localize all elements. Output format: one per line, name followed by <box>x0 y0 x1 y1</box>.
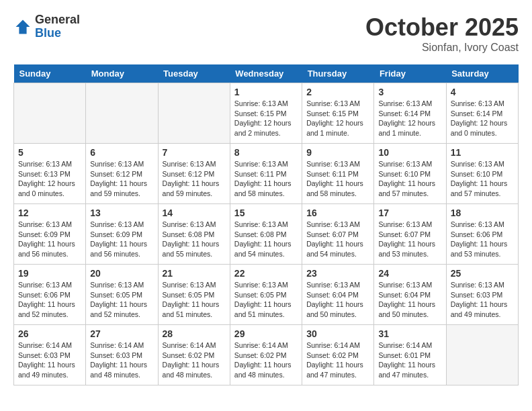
day-number: 20 <box>90 268 153 279</box>
day-number: 14 <box>163 208 226 218</box>
weekday-header-friday: Friday <box>374 64 446 83</box>
day-number: 27 <box>90 328 153 339</box>
calendar-cell: 6Sunrise: 6:13 AM Sunset: 6:12 PM Daylig… <box>86 144 158 204</box>
day-number: 6 <box>90 147 153 158</box>
calendar-cell <box>86 83 158 144</box>
calendar-week-5: 26Sunrise: 6:14 AM Sunset: 6:03 PM Dayli… <box>14 325 519 385</box>
calendar-cell: 21Sunrise: 6:13 AM Sunset: 6:05 PM Dayli… <box>158 265 230 325</box>
calendar-cell: 13Sunrise: 6:13 AM Sunset: 6:09 PM Dayli… <box>86 204 158 265</box>
day-number: 15 <box>234 208 298 218</box>
weekday-header-saturday: Saturday <box>446 64 518 83</box>
calendar-cell <box>158 83 230 144</box>
page-header: General Blue October 2025 Sionfan, Ivory… <box>13 13 519 54</box>
day-info: Sunrise: 6:13 AM Sunset: 6:13 PM Dayligh… <box>18 159 81 199</box>
calendar-cell: 9Sunrise: 6:13 AM Sunset: 6:11 PM Daylig… <box>302 144 374 204</box>
logo-text: General Blue <box>35 13 80 40</box>
day-info: Sunrise: 6:13 AM Sunset: 6:10 PM Dayligh… <box>451 159 514 199</box>
day-info: Sunrise: 6:13 AM Sunset: 6:04 PM Dayligh… <box>378 280 441 320</box>
day-number: 23 <box>306 268 369 279</box>
day-number: 8 <box>234 147 298 158</box>
day-info: Sunrise: 6:13 AM Sunset: 6:11 PM Dayligh… <box>306 159 369 199</box>
calendar-cell: 3Sunrise: 6:13 AM Sunset: 6:14 PM Daylig… <box>374 83 446 144</box>
calendar-cell: 14Sunrise: 6:13 AM Sunset: 6:08 PM Dayli… <box>158 204 230 265</box>
day-number: 12 <box>18 208 81 218</box>
calendar-cell: 7Sunrise: 6:13 AM Sunset: 6:12 PM Daylig… <box>158 144 230 204</box>
day-number: 31 <box>378 328 441 339</box>
logo-general: General <box>35 13 80 27</box>
calendar-cell: 16Sunrise: 6:13 AM Sunset: 6:07 PM Dayli… <box>302 204 374 265</box>
day-number: 9 <box>306 147 369 158</box>
month-title: October 2025 <box>365 13 519 42</box>
day-info: Sunrise: 6:13 AM Sunset: 6:07 PM Dayligh… <box>306 220 369 259</box>
weekday-header-monday: Monday <box>86 64 158 83</box>
day-info: Sunrise: 6:14 AM Sunset: 6:02 PM Dayligh… <box>306 340 369 380</box>
logo-blue: Blue <box>35 27 80 40</box>
calendar-cell: 24Sunrise: 6:13 AM Sunset: 6:04 PM Dayli… <box>374 265 446 325</box>
day-number: 26 <box>18 328 81 339</box>
day-number: 7 <box>163 147 226 158</box>
calendar-cell: 29Sunrise: 6:14 AM Sunset: 6:02 PM Dayli… <box>230 325 302 385</box>
calendar-cell: 15Sunrise: 6:13 AM Sunset: 6:08 PM Dayli… <box>230 204 302 265</box>
calendar-cell: 20Sunrise: 6:13 AM Sunset: 6:05 PM Dayli… <box>86 265 158 325</box>
day-number: 29 <box>234 328 298 339</box>
logo-icon <box>13 17 32 36</box>
day-info: Sunrise: 6:13 AM Sunset: 6:10 PM Dayligh… <box>378 159 441 199</box>
calendar-week-1: 1Sunrise: 6:13 AM Sunset: 6:15 PM Daylig… <box>14 83 519 144</box>
day-info: Sunrise: 6:13 AM Sunset: 6:09 PM Dayligh… <box>90 220 153 259</box>
day-info: Sunrise: 6:13 AM Sunset: 6:06 PM Dayligh… <box>451 220 514 259</box>
day-number: 4 <box>451 87 514 97</box>
day-info: Sunrise: 6:14 AM Sunset: 6:03 PM Dayligh… <box>18 340 81 380</box>
day-info: Sunrise: 6:13 AM Sunset: 6:11 PM Dayligh… <box>234 159 298 199</box>
weekday-header-row: SundayMondayTuesdayWednesdayThursdayFrid… <box>14 64 519 83</box>
weekday-header-tuesday: Tuesday <box>158 64 230 83</box>
day-info: Sunrise: 6:13 AM Sunset: 6:12 PM Dayligh… <box>163 159 226 199</box>
calendar-cell: 17Sunrise: 6:13 AM Sunset: 6:07 PM Dayli… <box>374 204 446 265</box>
day-info: Sunrise: 6:13 AM Sunset: 6:09 PM Dayligh… <box>18 220 81 259</box>
calendar-cell: 10Sunrise: 6:13 AM Sunset: 6:10 PM Dayli… <box>374 144 446 204</box>
day-info: Sunrise: 6:13 AM Sunset: 6:04 PM Dayligh… <box>306 280 369 320</box>
day-info: Sunrise: 6:13 AM Sunset: 6:06 PM Dayligh… <box>18 280 81 320</box>
calendar-cell: 11Sunrise: 6:13 AM Sunset: 6:10 PM Dayli… <box>446 144 518 204</box>
day-number: 18 <box>451 208 514 218</box>
calendar-cell: 23Sunrise: 6:13 AM Sunset: 6:04 PM Dayli… <box>302 265 374 325</box>
day-info: Sunrise: 6:13 AM Sunset: 6:15 PM Dayligh… <box>306 99 369 138</box>
day-number: 22 <box>234 268 298 279</box>
calendar-week-2: 5Sunrise: 6:13 AM Sunset: 6:13 PM Daylig… <box>14 144 519 204</box>
calendar-week-3: 12Sunrise: 6:13 AM Sunset: 6:09 PM Dayli… <box>14 204 519 265</box>
day-number: 25 <box>451 268 514 279</box>
day-info: Sunrise: 6:13 AM Sunset: 6:05 PM Dayligh… <box>90 280 153 320</box>
day-info: Sunrise: 6:13 AM Sunset: 6:07 PM Dayligh… <box>378 220 441 259</box>
calendar-cell: 19Sunrise: 6:13 AM Sunset: 6:06 PM Dayli… <box>14 265 86 325</box>
day-number: 28 <box>163 328 226 339</box>
calendar-cell: 2Sunrise: 6:13 AM Sunset: 6:15 PM Daylig… <box>302 83 374 144</box>
calendar-cell <box>14 83 86 144</box>
calendar-cell <box>446 325 518 385</box>
day-info: Sunrise: 6:14 AM Sunset: 6:02 PM Dayligh… <box>234 340 298 380</box>
calendar-cell: 1Sunrise: 6:13 AM Sunset: 6:15 PM Daylig… <box>230 83 302 144</box>
calendar-cell: 5Sunrise: 6:13 AM Sunset: 6:13 PM Daylig… <box>14 144 86 204</box>
day-info: Sunrise: 6:13 AM Sunset: 6:03 PM Dayligh… <box>451 280 514 320</box>
day-number: 11 <box>451 147 514 158</box>
svg-marker-0 <box>16 19 30 34</box>
calendar-cell: 30Sunrise: 6:14 AM Sunset: 6:02 PM Dayli… <box>302 325 374 385</box>
weekday-header-sunday: Sunday <box>14 64 86 83</box>
day-info: Sunrise: 6:13 AM Sunset: 6:14 PM Dayligh… <box>451 99 514 138</box>
title-area: October 2025 Sionfan, Ivory Coast <box>365 13 519 54</box>
calendar-cell: 28Sunrise: 6:14 AM Sunset: 6:02 PM Dayli… <box>158 325 230 385</box>
day-info: Sunrise: 6:14 AM Sunset: 6:03 PM Dayligh… <box>90 340 153 380</box>
calendar-cell: 8Sunrise: 6:13 AM Sunset: 6:11 PM Daylig… <box>230 144 302 204</box>
day-info: Sunrise: 6:13 AM Sunset: 6:12 PM Dayligh… <box>90 159 153 199</box>
day-number: 5 <box>18 147 81 158</box>
day-number: 24 <box>378 268 441 279</box>
day-number: 3 <box>378 87 441 97</box>
day-number: 30 <box>306 328 369 339</box>
location: Sionfan, Ivory Coast <box>365 42 519 54</box>
day-info: Sunrise: 6:13 AM Sunset: 6:08 PM Dayligh… <box>163 220 226 259</box>
day-info: Sunrise: 6:13 AM Sunset: 6:05 PM Dayligh… <box>163 280 226 320</box>
logo: General Blue <box>13 13 80 40</box>
calendar-cell: 27Sunrise: 6:14 AM Sunset: 6:03 PM Dayli… <box>86 325 158 385</box>
calendar-cell: 22Sunrise: 6:13 AM Sunset: 6:05 PM Dayli… <box>230 265 302 325</box>
day-info: Sunrise: 6:13 AM Sunset: 6:15 PM Dayligh… <box>234 99 298 138</box>
calendar-cell: 31Sunrise: 6:14 AM Sunset: 6:01 PM Dayli… <box>374 325 446 385</box>
calendar-cell: 12Sunrise: 6:13 AM Sunset: 6:09 PM Dayli… <box>14 204 86 265</box>
